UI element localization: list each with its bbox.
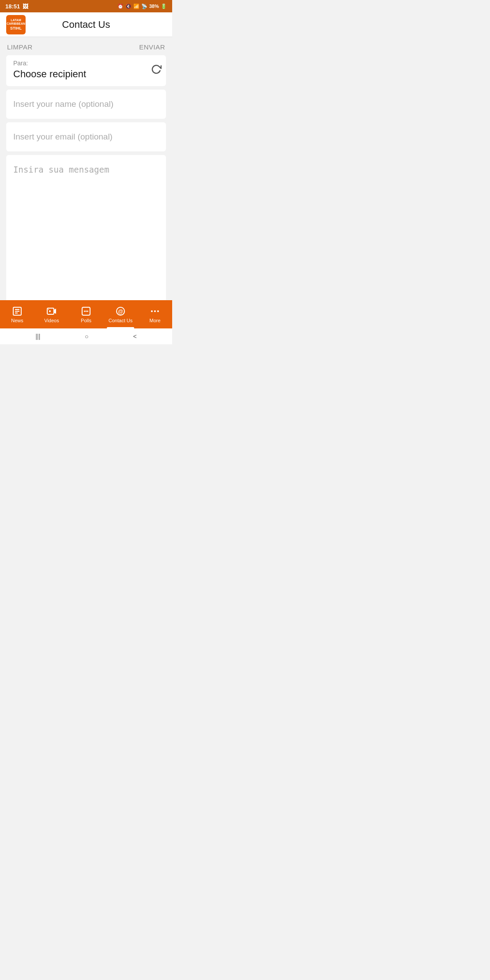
back-button[interactable]: < — [133, 333, 136, 340]
contact-icon: @ — [115, 306, 126, 317]
nav-label-contact: Contact Us — [109, 318, 132, 323]
svg-text:@: @ — [118, 308, 123, 314]
svg-point-14 — [151, 310, 153, 312]
system-nav: ||| ○ < — [0, 328, 172, 344]
nav-item-videos[interactable]: Videos — [34, 300, 69, 328]
nav-label-more: More — [149, 318, 160, 323]
clear-button[interactable]: LIMPAR — [7, 43, 33, 51]
recipient-label: Para: — [13, 60, 147, 67]
signal-icon: 📡 — [141, 4, 147, 9]
mute-icon: 🔇 — [125, 4, 132, 9]
time-display: 18:51 — [5, 3, 20, 10]
send-button[interactable]: ENVIAR — [139, 43, 165, 51]
gallery-icon: 🖼 — [23, 3, 28, 10]
nav-item-contact[interactable]: @ Contact Us — [103, 300, 138, 328]
app-logo: LATAMCARIBBEAN STIHL — [6, 15, 26, 34]
status-left: 18:51 🖼 — [5, 3, 28, 10]
top-bar: LATAMCARIBBEAN STIHL Contact Us — [0, 12, 172, 37]
svg-point-6 — [49, 310, 51, 312]
polls-icon — [81, 306, 91, 317]
svg-point-15 — [154, 310, 156, 312]
nav-label-polls: Polls — [81, 318, 91, 323]
bottom-nav: News Videos Polls @ Contact Us — [0, 300, 172, 328]
logo-stihl: STIHL — [10, 26, 22, 30]
home-button[interactable]: ○ — [85, 333, 88, 340]
alarm-icon: ⏰ — [117, 4, 124, 9]
videos-icon — [46, 306, 57, 317]
nav-item-news[interactable]: News — [0, 300, 34, 328]
nav-item-more[interactable]: More — [138, 300, 172, 328]
battery-icon: 🔋 — [161, 4, 167, 9]
refresh-icon — [151, 64, 162, 75]
svg-point-11 — [87, 310, 88, 312]
logo-text: LATAMCARIBBEAN — [7, 19, 25, 25]
news-icon — [12, 306, 23, 317]
more-icon — [150, 306, 160, 317]
action-row: LIMPAR ENVIAR — [0, 37, 172, 55]
nav-item-polls[interactable]: Polls — [69, 300, 103, 328]
email-input[interactable] — [6, 122, 166, 151]
nav-label-videos: Videos — [44, 318, 59, 323]
status-bar: 18:51 🖼 ⏰ 🔇 📶 📡 38% 🔋 — [0, 0, 172, 12]
form-area: Para: Choose recipient — [0, 55, 172, 332]
nav-label-news: News — [11, 318, 23, 323]
page-title: Contact Us — [0, 19, 172, 30]
name-input[interactable] — [6, 90, 166, 119]
refresh-button[interactable] — [151, 64, 162, 77]
svg-point-9 — [84, 310, 85, 312]
recent-apps-button[interactable]: ||| — [35, 333, 40, 340]
svg-point-16 — [157, 310, 159, 312]
recipient-value: Choose recipient — [13, 68, 147, 80]
wifi-icon: 📶 — [133, 4, 139, 9]
status-right: ⏰ 🔇 📶 📡 38% 🔋 — [117, 4, 167, 9]
svg-point-10 — [86, 310, 87, 312]
recipient-box[interactable]: Para: Choose recipient — [6, 55, 166, 86]
battery-display: 38% — [149, 4, 159, 9]
